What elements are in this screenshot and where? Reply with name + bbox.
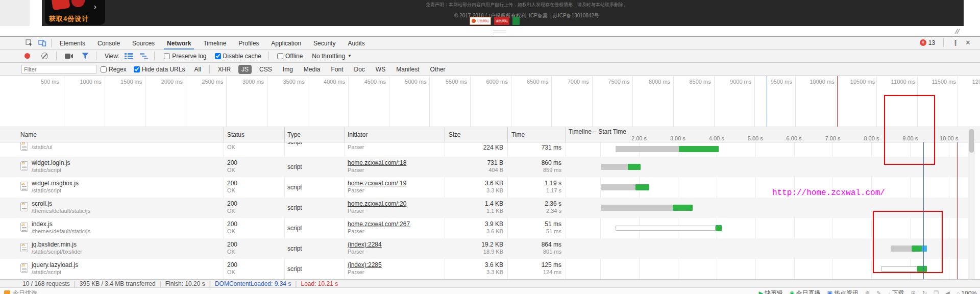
network-overview[interactable]: 500 ms1000 ms1500 ms2000 ms2500 ms3000 m… (0, 76, 980, 127)
column-separator[interactable] (284, 127, 285, 142)
disable-cache-checkbox[interactable] (215, 53, 221, 59)
offline-checkbox[interactable] (277, 53, 283, 59)
view-waterfall-icon[interactable] (140, 53, 148, 59)
filter-funnel-icon[interactable] (82, 53, 89, 59)
taskbar-item-window[interactable]: ❐ (934, 290, 939, 294)
taskbar-item-download[interactable]: ↓下载 (888, 289, 904, 294)
filter-input[interactable] (21, 65, 96, 74)
filter-type-manifest[interactable]: Manifest (393, 65, 422, 74)
filter-type-css[interactable]: CSS (256, 65, 275, 74)
initiator-link[interactable]: (index):2284 (348, 241, 382, 248)
initiator-link[interactable]: (index):2285 (348, 261, 382, 268)
overview-gridline (958, 76, 958, 127)
throttling-dropdown[interactable]: No throttling ▼ (312, 53, 352, 60)
chevron-down-icon: ▼ (348, 54, 352, 58)
page-resize-corner-icon[interactable]: // (954, 28, 961, 35)
waterfall-bar-st (616, 146, 679, 152)
filter-type-all[interactable]: All (191, 65, 204, 74)
filter-type-js[interactable]: JS (238, 65, 252, 74)
devtools-menu-icon[interactable]: ⋮ (952, 39, 959, 47)
inspect-element-icon[interactable] (22, 37, 36, 48)
initiator-link[interactable]: home.zcxwal.com/:18 (348, 159, 406, 166)
screen: › 获取4份设计 免责声明：本网站部分内容由用户自行上传，如权利人发现存在侵权情… (0, 0, 980, 294)
ruler-label: 7000 ms (568, 79, 589, 85)
column-separator[interactable] (507, 127, 508, 142)
taskbar-item-pen[interactable]: ✎ (876, 290, 881, 294)
column-header-time[interactable]: Time (511, 131, 525, 138)
taskbar-item-grid[interactable]: ⊞ (911, 290, 916, 294)
icon-line (22, 167, 27, 168)
taskbar-item-wind[interactable]: ❊ (865, 290, 870, 294)
tabbar-right-controls: ✕ 13 ⋮ ✕ (920, 38, 971, 47)
filter-type-xhr[interactable]: XHR (215, 65, 234, 74)
column-header-size[interactable]: Size (449, 131, 460, 138)
speaker-icon: ◀ (945, 290, 949, 294)
waterfall-bar-st (601, 205, 673, 211)
filter-type-media[interactable]: Media (301, 65, 324, 74)
table-row[interactable]: JSjquery.lazyload.js/static/script200OKs… (0, 259, 968, 279)
tab-console[interactable]: Console (92, 37, 125, 49)
device-toolbar-icon[interactable] (36, 37, 49, 48)
tab-sources[interactable]: Sources (127, 37, 160, 49)
taskbar-item-search[interactable]: ○100% (957, 290, 977, 294)
filter-type-other[interactable]: Other (427, 65, 449, 74)
table-scrollbar[interactable] (968, 127, 975, 279)
tab-security[interactable]: Security (308, 37, 340, 49)
column-separator[interactable] (445, 127, 445, 142)
regex-checkbox[interactable] (101, 66, 107, 72)
overview-gridline (267, 76, 267, 127)
record-button[interactable] (24, 53, 30, 59)
taskbar-item-speaker[interactable]: ◀ (945, 290, 949, 294)
taskbar-item-news[interactable]: ▣热点资讯 (827, 289, 859, 294)
initiator-link[interactable]: home.zcxwal.com/:267 (348, 220, 410, 228)
overview-gridline (551, 76, 552, 127)
tab-audits[interactable]: Audits (342, 37, 370, 49)
column-header-initiator[interactable]: Initiator (348, 131, 368, 138)
table-row[interactable]: JSwidget.login.js/static/script200OKscri… (0, 157, 968, 177)
overview-gridline (226, 76, 227, 127)
table-row[interactable]: JSscroll.js/themes/default/static/js200O… (0, 198, 968, 218)
promo-badge[interactable]: › 获取4份设计 (45, 0, 105, 25)
tab-elements[interactable]: Elements (55, 37, 90, 49)
view-list-icon[interactable] (125, 53, 133, 59)
icon-line (22, 146, 27, 146)
taskbar-item-refresh[interactable]: ↻ (922, 290, 927, 294)
scrollbar-thumb[interactable] (969, 129, 974, 153)
tab-application[interactable]: Application (266, 37, 306, 49)
table-row[interactable]: JS/static/uiOKscriptParser224 KB731 ms (0, 142, 968, 157)
preserve-log-checkbox[interactable] (164, 53, 170, 59)
column-header-type[interactable]: Type (287, 131, 301, 138)
initiator-link[interactable]: home.zcxwal.com/:19 (348, 180, 406, 187)
summary-segment: Finish: 10.20 s (165, 280, 205, 287)
devtools-close-icon[interactable]: ✕ (965, 39, 971, 46)
filter-type-img[interactable]: Img (280, 65, 296, 74)
hide-data-urls-checkbox[interactable] (134, 66, 140, 72)
taskbar-item-live[interactable]: ◉今日直播 (790, 289, 821, 294)
column-separator[interactable] (345, 127, 345, 142)
tab-profiles[interactable]: Profiles (233, 37, 264, 49)
clip-icon: ▶ (758, 290, 763, 294)
column-header-name[interactable]: Name (20, 131, 37, 138)
filter-type-doc[interactable]: Doc (351, 65, 368, 74)
column-separator[interactable] (566, 127, 566, 142)
devtools-dock-resize-handle[interactable] (493, 31, 506, 33)
screenshot-camera-icon[interactable] (65, 53, 74, 59)
initiator-link[interactable]: home.zcxwal.com/:20 (348, 200, 406, 207)
filter-type-font[interactable]: Font (328, 65, 347, 74)
taskbar-item-clip[interactable]: ▶快剪辑 (758, 289, 782, 294)
column-header-status[interactable]: Status (227, 131, 244, 138)
column-header-timeline[interactable]: Timeline – Start Time (569, 128, 626, 135)
clear-icon[interactable] (41, 53, 48, 59)
status-code: 200 (227, 180, 237, 187)
error-count-badge[interactable]: ✕ 13 (920, 39, 935, 46)
summary-separator: | (74, 280, 76, 287)
filter-type-ws[interactable]: WS (373, 65, 388, 74)
tab-timeline[interactable]: Timeline (198, 37, 231, 49)
table-row[interactable]: JSindex.js/themes/default/static/js200OK… (0, 218, 968, 238)
waterfall-bar-g (628, 164, 641, 170)
taskbar-today-picks[interactable]: 今日优选 (4, 289, 37, 294)
table-row[interactable]: JSjq.bxslider.min.js/static/script/bxsli… (0, 238, 968, 259)
request-type: script (287, 184, 302, 191)
column-separator[interactable] (224, 127, 224, 142)
tab-network[interactable]: Network (162, 37, 196, 49)
